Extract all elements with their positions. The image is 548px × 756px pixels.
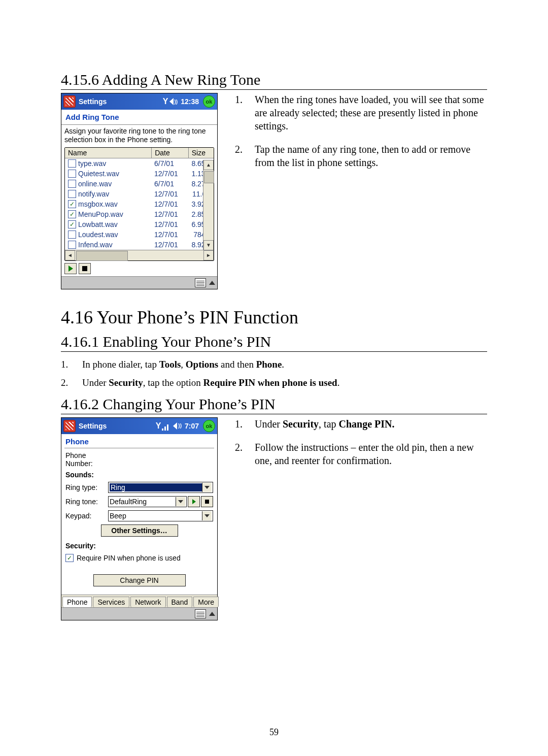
table-row[interactable]: Quietest.wav12/7/011.13K	[65, 169, 214, 179]
stop-button[interactable]	[79, 263, 91, 274]
select-checkbox[interactable]	[68, 170, 76, 178]
sounds-label: Sounds:	[65, 471, 94, 479]
select-checkbox[interactable]	[68, 190, 76, 198]
scroll-down-button[interactable]: ▼	[203, 240, 214, 250]
table-row[interactable]: Loudest.wav12/7/01784B	[65, 229, 214, 240]
require-pin-checkbox[interactable]: ✓	[65, 554, 74, 562]
step-text-2: Follow the instructions – enter the old …	[255, 441, 487, 467]
cell-date: 6/7/01	[154, 180, 188, 188]
table-row[interactable]: ✓Lowbatt.wav12/7/016.95K	[65, 219, 214, 229]
col-header-date[interactable]: Date	[152, 148, 189, 158]
cell-name: online.wav	[78, 180, 154, 188]
select-checkbox[interactable]: ✓	[68, 200, 76, 208]
change-pin-button[interactable]: Change PIN	[93, 574, 186, 586]
tab-phone[interactable]: Phone	[62, 597, 92, 607]
screen-title: Phone	[61, 434, 217, 448]
antenna-icon[interactable]: Y	[163, 97, 168, 106]
ring-tone-select[interactable]: DefaultRing	[108, 496, 187, 507]
stop-button[interactable]	[201, 496, 213, 507]
screen-instruction: Assign your favorite ring tone to the ri…	[61, 125, 217, 147]
stop-icon	[82, 266, 87, 271]
scroll-thumb[interactable]	[76, 251, 128, 261]
select-checkbox[interactable]: ✓	[68, 220, 76, 228]
cell-name: msgbox.wav	[78, 200, 154, 208]
sip-bar[interactable]	[61, 607, 217, 620]
horizontal-scrollbar[interactable]: ◄ ►	[65, 250, 214, 260]
section-heading-4-16-2: 4.16.2 Changing Your Phone’s PIN	[61, 396, 487, 414]
play-icon	[192, 499, 196, 504]
col-header-name[interactable]: Name	[65, 148, 152, 158]
tab-more[interactable]: More	[193, 597, 219, 607]
vertical-scrollbar[interactable]: ▲ ▼	[203, 160, 214, 250]
page-number: 59	[0, 727, 548, 738]
phone-number-label: Phone Number:	[65, 451, 108, 468]
select-checkbox[interactable]: ✓	[68, 210, 76, 218]
screen-title: Add Ring Tone	[61, 110, 217, 125]
step-text: In phone dialer, tap Tools, Options and …	[82, 359, 284, 370]
sip-arrow-icon[interactable]	[209, 281, 215, 285]
cell-date: 12/7/01	[154, 170, 188, 178]
speaker-icon[interactable]	[169, 98, 174, 105]
ok-button[interactable]: ok	[203, 95, 215, 108]
volume-waves-icon: ))	[178, 423, 182, 429]
select-checkbox[interactable]	[68, 231, 76, 239]
title-text: Settings	[79, 422, 156, 430]
clock[interactable]: 7:07	[185, 422, 199, 430]
tab-services[interactable]: Services	[93, 597, 129, 607]
clock[interactable]: 12:38	[181, 97, 199, 106]
col-header-size[interactable]: Size	[189, 148, 214, 158]
antenna-icon[interactable]: Y	[156, 421, 161, 431]
keypad-select[interactable]: Beep	[108, 510, 213, 521]
speaker-icon[interactable]	[173, 422, 177, 430]
tab-band[interactable]: Band	[167, 597, 193, 607]
step-number: 1.	[61, 359, 73, 370]
select-checkbox[interactable]	[68, 241, 76, 249]
cell-name: Quietest.wav	[78, 170, 154, 178]
sip-bar[interactable]	[61, 276, 217, 289]
security-label: Security:	[65, 542, 213, 550]
cell-name: Lowbatt.wav	[78, 220, 154, 228]
ring-type-select[interactable]: Ring	[108, 482, 213, 493]
start-menu-icon[interactable]	[63, 420, 76, 432]
play-button[interactable]	[64, 263, 77, 274]
keyboard-icon[interactable]	[195, 278, 206, 287]
dropdown-arrow-icon	[176, 497, 185, 506]
other-settings-button[interactable]: Other Settings…	[101, 524, 178, 537]
select-checkbox[interactable]	[68, 159, 76, 168]
sip-arrow-icon[interactable]	[209, 612, 215, 616]
ok-button[interactable]: ok	[203, 420, 215, 432]
play-button[interactable]	[188, 496, 200, 507]
start-menu-icon[interactable]	[63, 95, 76, 108]
scroll-thumb[interactable]	[204, 171, 214, 183]
select-checkbox[interactable]	[68, 180, 76, 188]
cell-name: Infend.wav	[78, 241, 154, 249]
step-number-2: 2.	[230, 441, 243, 467]
scroll-left-button[interactable]: ◄	[65, 250, 75, 260]
table-row[interactable]: online.wav6/7/018.27K	[65, 179, 214, 189]
cell-date: 12/7/01	[154, 190, 188, 198]
cell-date: 6/7/01	[154, 159, 188, 168]
section-heading-4-16-1: 4.16.1 Enabling Your Phone’s PIN	[61, 333, 487, 352]
cell-date: 12/7/01	[154, 210, 188, 218]
table-row[interactable]: ✓msgbox.wav12/7/013.92K	[65, 199, 214, 209]
cell-date: 12/7/01	[154, 241, 188, 249]
settings-tabs: Phone Services Network Band More	[61, 595, 217, 607]
cell-name: type.wav	[78, 159, 154, 168]
signal-icon[interactable]	[162, 421, 170, 431]
title-bar: Settings Y )) 12:38 ok	[61, 93, 217, 110]
cell-date: 12/7/01	[154, 220, 188, 228]
cell-name: Loudest.wav	[78, 231, 154, 239]
table-row[interactable]: type.wav6/7/018.65K	[65, 158, 214, 169]
table-row[interactable]: notify.wav12/7/0111.64	[65, 189, 214, 199]
stop-icon	[205, 500, 209, 504]
step-number: 2.	[61, 377, 73, 388]
table-row[interactable]: ✓MenuPop.wav12/7/012.85K	[65, 209, 214, 219]
table-row[interactable]: Infend.wav12/7/018.92K	[65, 240, 214, 250]
title-bar: Settings Y )) 7:07 ok	[61, 418, 217, 434]
tab-network[interactable]: Network	[130, 597, 165, 607]
step-number-2: 2.	[230, 143, 243, 169]
ring-tone-label: Ring tone:	[65, 498, 108, 506]
scroll-up-button[interactable]: ▲	[203, 160, 214, 170]
keyboard-icon[interactable]	[195, 609, 206, 618]
scroll-right-button[interactable]: ►	[203, 250, 214, 260]
